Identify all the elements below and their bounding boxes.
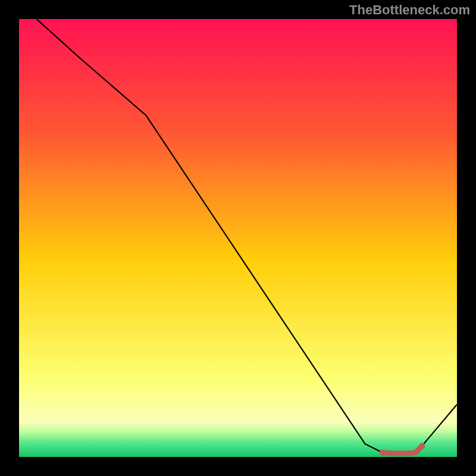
bottleneck-chart	[0, 0, 476, 476]
marker-dot	[419, 443, 425, 449]
chart-container: TheBottleneck.com	[0, 0, 476, 476]
marker-dot	[380, 450, 386, 456]
plot-background	[19, 19, 457, 457]
